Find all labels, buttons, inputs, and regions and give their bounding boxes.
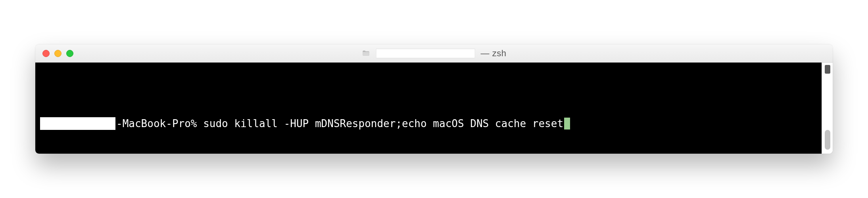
title-username-redacted — [376, 49, 475, 58]
svg-rect-0 — [363, 52, 369, 55]
terminal-body-wrap: -MacBook-Pro% sudo killall -HUP mDNSResp… — [35, 63, 833, 154]
title-suffix: — zsh — [481, 48, 507, 59]
close-button[interactable] — [42, 50, 50, 57]
scrollbar-track[interactable] — [822, 63, 833, 154]
terminal-body[interactable]: -MacBook-Pro% sudo killall -HUP mDNSResp… — [35, 63, 822, 154]
minimize-button[interactable] — [54, 50, 61, 57]
prompt-line: -MacBook-Pro% sudo killall -HUP mDNSResp… — [40, 117, 570, 130]
scrollbar-top-marker — [825, 65, 830, 74]
command-text: sudo killall -HUP mDNSResponder;echo mac… — [203, 118, 563, 129]
zoom-button[interactable] — [66, 50, 73, 57]
prompt-username-redacted — [40, 117, 115, 130]
prompt-host: -MacBook-Pro% — [116, 118, 203, 129]
titlebar[interactable]: — zsh — [35, 44, 833, 63]
scrollbar-thumb[interactable] — [825, 130, 830, 150]
cursor — [564, 118, 570, 129]
traffic-lights — [42, 50, 73, 57]
window-title: — zsh — [362, 48, 507, 59]
terminal-window: — zsh -MacBook-Pro% sudo killall -HUP mD… — [35, 44, 833, 154]
folder-icon — [362, 49, 371, 58]
